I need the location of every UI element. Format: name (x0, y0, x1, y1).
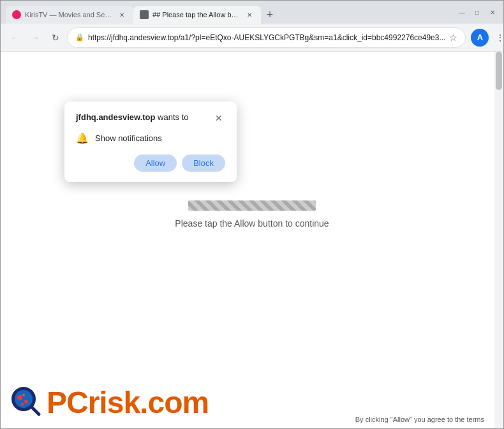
toolbar-icons: A ⋮ (471, 29, 504, 47)
lock-icon: 🔒 (75, 33, 84, 41)
popup-site-name: jfdhq.andesview.top (76, 112, 155, 122)
allow-button[interactable]: Allow (134, 154, 177, 172)
pc-text: PC (47, 386, 88, 419)
tab2-title: ## Please tap the Allow button... (152, 11, 241, 19)
address-bar: ← → ↻ 🔒 https://jfdhq.andesview.top/a1/?… (1, 24, 503, 52)
progress-bar (188, 200, 316, 211)
permission-popup: jfdhq.andesview.top wants to ✕ 🔔 Show no… (64, 102, 237, 182)
risk-text: risk.com (88, 386, 209, 419)
progress-bar-container (188, 200, 316, 211)
tab-allow[interactable]: ## Please tap the Allow button... ✕ (133, 6, 261, 24)
close-icon: ✕ (490, 9, 495, 16)
url-text: https://jfdhq.andesview.top/a1/?pl=eEtQx… (88, 33, 445, 42)
bottom-notice: By clicking "Allow" you agree to the ter… (355, 416, 484, 423)
tab1-title: KirisTV — Movies and Series D... (25, 11, 113, 19)
bell-icon: 🔔 (76, 132, 89, 144)
svg-point-1 (15, 390, 33, 408)
block-button[interactable]: Block (182, 154, 225, 172)
svg-point-3 (24, 400, 28, 403)
pcrisk-logo: PCrisk.com (11, 386, 209, 419)
popup-option-text: Show notifications (95, 133, 162, 143)
bottom-notice-text: By clicking "Allow" you agree to the ter… (355, 416, 484, 423)
popup-buttons: Allow Block (76, 154, 225, 172)
tab1-favicon (12, 10, 21, 19)
popup-option: 🔔 Show notifications (76, 132, 225, 144)
profile-avatar[interactable]: A (471, 29, 489, 47)
browser-frame: KirisTV — Movies and Series D... ✕ ## Pl… (0, 0, 504, 429)
back-button[interactable]: ← (6, 29, 24, 47)
reload-button[interactable]: ↻ (47, 29, 64, 47)
maximize-button[interactable]: □ (471, 6, 483, 18)
pcrisk-logo-icon (11, 386, 44, 419)
close-button[interactable]: ✕ (487, 6, 498, 18)
svg-line-5 (31, 407, 39, 414)
tab2-close[interactable]: ✕ (244, 10, 255, 20)
minimize-button[interactable]: — (456, 6, 468, 18)
svg-point-2 (17, 395, 22, 400)
menu-button[interactable]: ⋮ (491, 29, 504, 47)
popup-close-button[interactable]: ✕ (212, 112, 225, 124)
popup-header: jfdhq.andesview.top wants to ✕ (76, 112, 225, 124)
forward-button[interactable]: → (26, 29, 44, 47)
window-controls: — □ ✕ (456, 6, 498, 18)
popup-title: jfdhq.andesview.top wants to (76, 112, 189, 123)
scrollbar[interactable] (494, 52, 503, 428)
page-loading-text: Please tap the Allow button to continue (175, 218, 329, 229)
scrollbar-thumb[interactable] (496, 52, 502, 90)
pcrisk-text: PCrisk.com (47, 388, 209, 418)
url-bar[interactable]: 🔒 https://jfdhq.andesview.top/a1/?pl=eEt… (67, 27, 466, 48)
maximize-icon: □ (475, 9, 479, 16)
title-bar: KirisTV — Movies and Series D... ✕ ## Pl… (1, 1, 503, 24)
webpage: jfdhq.andesview.top wants to ✕ 🔔 Show no… (1, 52, 503, 428)
svg-point-4 (21, 403, 24, 406)
tab-strip: KirisTV — Movies and Series D... ✕ ## Pl… (6, 1, 448, 24)
svg-point-6 (22, 394, 25, 396)
new-tab-button[interactable]: + (261, 6, 279, 24)
popup-close-icon: ✕ (215, 113, 223, 123)
tab2-favicon (140, 10, 149, 19)
popup-wants-text: wants to (158, 112, 188, 122)
new-tab-icon: + (267, 8, 274, 22)
tab1-close[interactable]: ✕ (117, 10, 127, 20)
bookmark-icon[interactable]: ☆ (449, 33, 457, 43)
tab-kiristv[interactable]: KirisTV — Movies and Series D... ✕ (6, 6, 133, 24)
minimize-icon: — (459, 9, 465, 16)
